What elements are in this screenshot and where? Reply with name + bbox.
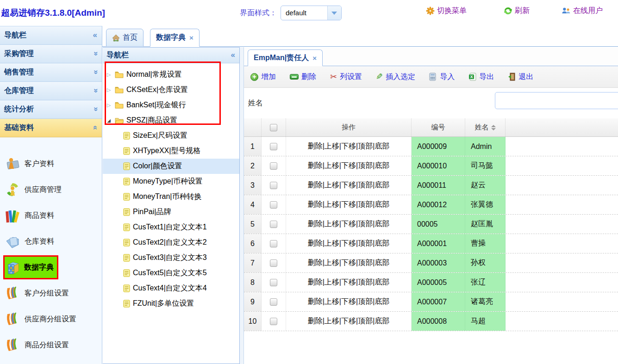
add-button[interactable]: + 增加 [250,72,276,82]
row-checkbox[interactable] [270,240,277,247]
column-settings-label: 列设置 [340,72,362,82]
tree-panel: 导航栏 « ▷ Normal|常规设置 ▷ [103,47,240,364]
tree-leaf-xhtypexx[interactable]: XHTypeXX|型号规格 [103,143,239,159]
table-row[interactable]: 5 删除|上移|下移|顶部|底部 00005 赵匡胤 [244,215,618,234]
tree-leaf-custext5[interactable]: CusText5|自定义文本5 [103,265,239,281]
tree-leaf-pinpai[interactable]: PinPai|品牌 [103,204,239,220]
chevron-double-down-icon: « [86,70,104,74]
row-actions[interactable]: 删除|上移|下移|顶部|底部 [286,292,412,311]
tree-leaf-moneytran[interactable]: MoneyTran|币种转换 [103,189,239,204]
tab-home[interactable]: 首页 [106,29,144,47]
tab-empman[interactable]: EmpMan|责任人 × [248,49,323,66]
op-column-header[interactable]: 操作 [286,118,412,136]
sidebar-item-customer-groups[interactable]: 客户分组设置 [5,281,102,305]
insert-selected-button[interactable]: ✎ 插入选定 [376,72,415,82]
row-actions[interactable]: 删除|上移|下移|顶部|底部 [286,234,412,253]
export-button[interactable]: X 导出 [468,72,494,82]
sidebar-section-basedata[interactable]: 基础资料 « [0,119,102,137]
sidebar-item-suppliers[interactable]: 供应商管理 [5,178,102,202]
sidebar-section-sales[interactable]: 销售管理 « [0,63,102,82]
exit-button[interactable]: 退出 [508,72,533,82]
row-actions[interactable]: 删除|上移|下移|顶部|底部 [286,273,412,292]
row-actions[interactable]: 删除|上移|下移|顶部|底部 [286,137,412,156]
delete-button[interactable]: 删除 [290,72,316,82]
import-button[interactable]: 导入 [429,72,455,82]
sidebar-section-stats[interactable]: 统计分析 « [0,100,102,119]
row-actions[interactable]: 删除|上移|下移|顶部|底部 [286,253,412,272]
theme-select-arrow-button[interactable] [327,6,341,20]
tree-expander-icon[interactable]: ▷ [106,87,112,93]
close-icon[interactable]: × [312,54,317,62]
sidebar-section-purchase[interactable]: 采购管理 « [0,45,102,63]
name-search-input[interactable] [495,92,618,109]
warehouse-icon [5,234,20,249]
tree-folder-spsz[interactable]: ◢ SPSZ|商品设置 [103,113,239,128]
table-row[interactable]: 2 删除|上移|下移|顶部|底部 A000010 司马懿 [244,156,618,176]
collapse-left-icon[interactable]: « [93,26,97,44]
theme-select[interactable]: default [281,6,342,20]
tree-folder-bankset[interactable]: ▷ BankSet|现金银行 [103,98,239,113]
row-actions[interactable]: 删除|上移|下移|顶部|底部 [286,176,412,195]
users-icon [562,6,571,15]
tree-folder-cksetex[interactable]: ▷ CKSetEx|仓库设置 [103,82,239,98]
table-row[interactable]: 6 删除|上移|下移|顶部|底部 A000001 曹操 [244,234,618,253]
row-number: 8 [244,273,262,292]
online-users-button[interactable]: 在线用户 [562,6,603,16]
row-checkbox[interactable] [270,298,277,306]
tree-expander-icon[interactable]: ▷ [106,72,112,78]
table-row[interactable]: 10 删除|上移|下移|顶部|底部 A000008 马超 [244,312,618,331]
sidebar-title[interactable]: 导航栏 « [0,26,102,45]
tree-leaf-custext4[interactable]: CusText4|自定义文本4 [103,281,239,296]
row-checkbox[interactable] [270,279,277,286]
row-checkbox[interactable] [270,259,277,267]
tree-leaf-fzunit[interactable]: FZUnit|多单位设置 [103,296,239,311]
sidebar-item-supplier-groups[interactable]: 供应商分组设置 [5,307,102,331]
close-icon[interactable]: × [189,34,194,42]
row-checkbox[interactable] [270,201,277,209]
switch-menu-button[interactable]: 切换菜单 [426,6,467,16]
refresh-button[interactable]: 刷新 [504,6,530,16]
tree-expander-open-icon[interactable]: ◢ [106,118,112,123]
row-checkbox[interactable] [270,221,277,228]
select-all-cell [262,118,286,136]
tree-leaf-moneytype[interactable]: MoneyType|币种设置 [103,174,239,189]
row-checkbox[interactable] [270,143,277,150]
row-checkbox[interactable] [270,318,277,325]
tree-leaf-custext1[interactable]: CusText1|自定义文本1 [103,220,239,235]
sort-icon[interactable] [491,125,496,130]
main-tab-strip: 首页 数据字典 × [102,26,618,47]
select-all-checkbox[interactable] [270,124,277,131]
name-column-header[interactable]: 姓名 [465,118,506,136]
table-row[interactable]: 4 删除|上移|下移|顶部|底部 A000012 张翼德 [244,195,618,215]
table-row[interactable]: 3 删除|上移|下移|顶部|底部 A000011 赵云 [244,176,618,195]
code-column-header[interactable]: 编号 [412,118,465,136]
tree-folder-normal[interactable]: ▷ Normal|常规设置 [103,67,239,82]
row-actions[interactable]: 删除|上移|下移|顶部|底部 [286,156,412,175]
row-actions[interactable]: 删除|上移|下移|顶部|底部 [286,215,412,234]
table-row[interactable]: 1 删除|上移|下移|顶部|底部 A000009 Admin [244,137,618,156]
sidebar-item-data-dictionary[interactable]: 数据字典 [3,255,58,279]
panel-splitter[interactable] [240,47,244,364]
sidebar-item-warehouses[interactable]: 仓库资料 [5,229,102,253]
collapse-left-icon[interactable]: « [231,48,235,62]
filler-header [506,118,618,136]
row-checkbox[interactable] [270,162,277,170]
tree-leaf-custext3[interactable]: CusText3|自定义文本3 [103,250,239,265]
table-row[interactable]: 9 删除|上移|下移|顶部|底部 A000007 诸葛亮 [244,292,618,312]
column-settings-button[interactable]: ✂ 列设置 [330,72,362,82]
tree-leaf-color-selected[interactable]: Color|颜色设置 [103,159,239,174]
row-actions[interactable]: 删除|上移|下移|顶部|底部 [286,312,412,331]
tree-leaf-custext2[interactable]: CusText2|自定义文本2 [103,235,239,250]
tree-expander-icon[interactable]: ▷ [106,102,112,108]
sidebar-item-customers[interactable]: 客户资料 [5,152,102,176]
sidebar-item-products[interactable]: 商品资料 [5,204,102,228]
tab-data-dictionary[interactable]: 数据字典 × [150,29,200,47]
table-row[interactable]: 7 删除|上移|下移|顶部|底部 A000003 孙权 [244,253,618,273]
row-checkbox[interactable] [270,182,277,189]
sidebar-item-product-groups[interactable]: 商品分组设置 [5,333,102,357]
row-actions[interactable]: 删除|上移|下移|顶部|底部 [286,195,412,214]
table-row[interactable]: 8 删除|上移|下移|顶部|底部 A000005 张辽 [244,273,618,292]
sidebar-section-warehouse[interactable]: 仓库管理 « [0,82,102,100]
refresh-icon [504,6,512,15]
tree-leaf-sizeex[interactable]: SizeEx|尺码设置 [103,128,239,143]
